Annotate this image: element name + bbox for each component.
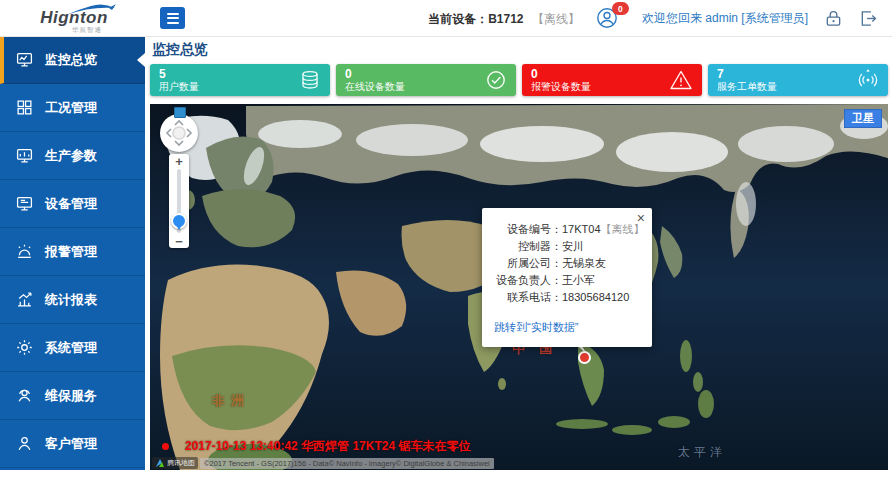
map-attribution: 腾讯地图 ©2017 Tencent - GS(2017)156 - Data©… xyxy=(152,457,494,469)
sidebar-item-production-params[interactable]: 生产参数 xyxy=(0,132,145,180)
person-icon xyxy=(15,435,33,452)
welcome-text: 欢迎您回来 admin [系统管理员] xyxy=(642,10,808,27)
ticker-text: 2017-10-13 13:40:42 华西焊管 17KT24 锯车未在零位 xyxy=(185,438,470,455)
sidebar-item-work-condition[interactable]: 工况管理 xyxy=(0,84,145,132)
map-zoom-slider[interactable]: + − xyxy=(169,154,189,248)
check-circle-icon xyxy=(485,69,507,91)
popup-row-controller: 控制器： 安川 xyxy=(490,238,644,255)
sidebar-item-label: 工况管理 xyxy=(45,99,97,117)
sidebar-item-label: 系统管理 xyxy=(45,339,97,357)
current-device-label: 当前设备：B1712 【离线】 xyxy=(428,9,580,28)
zoom-slider-handle[interactable] xyxy=(171,213,187,229)
current-device-text: 当前设备：B1712 xyxy=(428,12,523,26)
tencent-logo-icon xyxy=(155,458,165,468)
page-title: 监控总览 xyxy=(152,41,208,59)
popup-row-phone: 联系电话： 18305684120 xyxy=(490,289,644,306)
map-label-pacific: 太平洋 xyxy=(678,444,726,461)
card-value: 0 xyxy=(345,67,405,81)
sidebar-item-label: 设备管理 xyxy=(45,195,97,213)
sidebar-item-customer-management[interactable]: 客户管理 xyxy=(0,420,145,468)
pan-left-icon xyxy=(167,129,171,137)
logout-button[interactable] xyxy=(859,9,878,28)
sidebar-item-monitor-overview[interactable]: 监控总览 xyxy=(0,36,145,84)
sidebar-item-maintenance-service[interactable]: 维保服务 xyxy=(0,372,145,420)
zoom-track[interactable] xyxy=(177,169,181,233)
zoom-out-button[interactable]: − xyxy=(169,234,189,248)
card-label: 用户数量 xyxy=(159,81,199,93)
monitor-icon xyxy=(15,147,33,164)
brand-text: Hignton xyxy=(40,9,108,26)
grid-icon xyxy=(15,99,33,116)
map-marker[interactable] xyxy=(578,351,591,364)
stat-card-service-orders[interactable]: 7 服务工单数量 xyxy=(708,64,888,96)
realtime-data-link[interactable]: 跳转到“实时数据” xyxy=(494,320,578,335)
menu-toggle-button[interactable] xyxy=(160,7,185,29)
broadcast-icon xyxy=(857,69,879,91)
card-value: 0 xyxy=(531,67,591,81)
app-logo: Hignton 华辰智通 xyxy=(0,3,148,34)
app-window: Hignton 华辰智通 当前设备：B1712 【离线】 0 欢迎您回来 adm… xyxy=(0,0,892,480)
zoom-in-button[interactable]: + xyxy=(169,154,189,168)
bar-chart-icon xyxy=(15,291,33,308)
device-popup: × 设备编号： 17KT04 【离线】 控制器： 安川 所属公司： 无锡泉友 设… xyxy=(482,208,652,347)
pan-down-icon xyxy=(175,141,183,145)
card-label: 服务工单数量 xyxy=(717,81,777,93)
card-value: 5 xyxy=(159,67,199,81)
sidebar-item-system-management[interactable]: 系统管理 xyxy=(0,324,145,372)
card-label: 在线设备数量 xyxy=(345,81,405,93)
sidebar-nav: 监控总览 工况管理 生产参数 设备管理 报警管理 统计报表 系统管理 维保服务 xyxy=(0,36,145,470)
user-menu[interactable]: 0 xyxy=(596,7,618,29)
card-label: 报警设备数量 xyxy=(531,81,591,93)
map-container[interactable]: 非洲 中国 太平洋 + − 地图 卫星 xyxy=(150,104,888,470)
card-value: 7 xyxy=(717,67,777,81)
pan-center-icon[interactable] xyxy=(174,107,186,118)
pan-right-icon xyxy=(187,129,191,137)
lock-icon xyxy=(824,9,843,28)
alarm-ticker[interactable]: 2017-10-13 13:40:42 华西焊管 17KT24 锯车未在零位 xyxy=(162,438,470,455)
sidebar-item-label: 报警管理 xyxy=(45,243,97,261)
hamburger-icon xyxy=(167,13,179,24)
sidebar-item-statistics-report[interactable]: 统计报表 xyxy=(0,276,145,324)
sidebar-item-label: 监控总览 xyxy=(45,51,97,69)
map-pan-control[interactable] xyxy=(160,114,198,152)
lock-button[interactable] xyxy=(824,9,843,28)
stat-card-online-devices[interactable]: 0 在线设备数量 xyxy=(336,64,516,96)
tencent-maps-logo: 腾讯地图 xyxy=(152,457,198,469)
sidebar-item-label: 生产参数 xyxy=(45,147,97,165)
sidebar-item-alarm-management[interactable]: 报警管理 xyxy=(0,228,145,276)
brand-subtitle: 华辰智通 xyxy=(72,27,102,34)
stat-card-users[interactable]: 5 用户数量 xyxy=(150,64,330,96)
monitor-icon xyxy=(15,195,33,212)
notification-badge[interactable]: 0 xyxy=(612,2,629,15)
popup-row-company: 所属公司： 无锡泉友 xyxy=(490,255,644,272)
stat-cards-row: 5 用户数量 0 在线设备数量 0 报警设备数量 xyxy=(150,64,888,96)
service-person-icon xyxy=(15,387,33,404)
map-type-switcher: 地图 卫星 xyxy=(844,109,882,128)
sidebar-item-label: 客户管理 xyxy=(45,435,97,453)
popup-row-owner: 设备负责人： 王小军 xyxy=(490,272,644,289)
monitor-icon xyxy=(15,51,33,68)
popup-row-device-id: 设备编号： 17KT04 【离线】 xyxy=(490,221,644,238)
warning-triangle-icon xyxy=(669,69,693,91)
map-label-africa: 非洲 xyxy=(212,392,250,410)
sidebar-item-label: 统计报表 xyxy=(45,291,97,309)
attribution-text: ©2017 Tencent - GS(2017)156 - Data© NavI… xyxy=(200,458,494,469)
sidebar-item-device-management[interactable]: 设备管理 xyxy=(0,180,145,228)
header-right-cluster: 当前设备：B1712 【离线】 0 欢迎您回来 admin [系统管理员] xyxy=(428,7,892,29)
ticker-dot-icon xyxy=(162,443,169,450)
logout-icon xyxy=(859,9,878,28)
gear-icon xyxy=(15,339,33,356)
popup-close-icon[interactable]: × xyxy=(637,211,645,225)
map-type-satellite-button[interactable]: 卫星 xyxy=(844,109,882,128)
sidebar-item-label: 维保服务 xyxy=(45,387,97,405)
stat-card-alarm-devices[interactable]: 0 报警设备数量 xyxy=(522,64,702,96)
alarm-icon xyxy=(15,243,33,260)
current-device-status: 【离线】 xyxy=(532,12,580,26)
top-header: Hignton 华辰智通 当前设备：B1712 【离线】 0 欢迎您回来 adm… xyxy=(0,0,892,37)
pan-up-icon xyxy=(175,121,183,125)
database-icon xyxy=(299,69,321,91)
